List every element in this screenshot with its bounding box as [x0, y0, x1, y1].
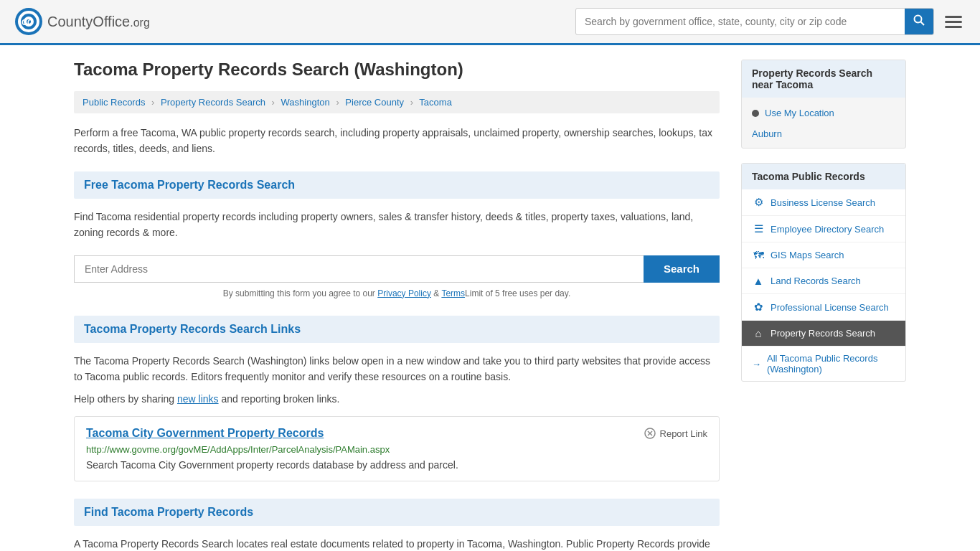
- global-search-input[interactable]: [576, 10, 905, 33]
- disclaimer-text: By submitting this form you agree to our: [223, 288, 375, 298]
- breadcrumb-sep-4: ›: [410, 97, 413, 108]
- breadcrumb-sep-2: ›: [272, 97, 275, 108]
- privacy-policy-link[interactable]: Privacy Policy: [377, 288, 431, 298]
- breadcrumb-sep-1: ›: [151, 97, 154, 108]
- breadcrumb-property-records[interactable]: Property Records Search: [161, 97, 265, 108]
- find-heading: Find Tacoma Property Records: [74, 499, 720, 526]
- nearby-city-auburn[interactable]: Auburn: [752, 127, 895, 141]
- use-my-location-label: Use My Location: [765, 108, 834, 118]
- menu-button[interactable]: [941, 12, 966, 32]
- page-title: Tacoma Property Records Search (Washingt…: [74, 60, 720, 80]
- breadcrumb: Public Records › Property Records Search…: [74, 91, 720, 113]
- page-description: Perform a free Tacoma, WA public propert…: [74, 125, 720, 157]
- search-icon: [913, 14, 925, 26]
- report-link-button-0[interactable]: Report Link: [644, 428, 707, 439]
- breadcrumb-washington[interactable]: Washington: [281, 97, 330, 108]
- sidebar-all-records-link[interactable]: → All Tacoma Public Records (Washington): [742, 347, 905, 381]
- tree-icon: ▲: [752, 275, 765, 287]
- all-records-label: All Tacoma Public Records (Washington): [767, 353, 895, 375]
- global-search-bar: [575, 8, 934, 35]
- help-before: Help others by sharing: [74, 393, 174, 405]
- sidebar-nearby-content: Use My Location Auburn: [742, 98, 905, 148]
- form-disclaimer: By submitting this form you agree to our…: [74, 288, 720, 298]
- sidebar-item-professional-license[interactable]: ✿ Professional License Search: [742, 294, 905, 321]
- menu-line-1: [945, 16, 962, 18]
- sidebar-item-land-records[interactable]: ▲ Land Records Search: [742, 268, 905, 294]
- main-container: Tacoma Property Records Search (Washingt…: [60, 45, 920, 551]
- sidebar-records-box: Tacoma Public Records ⚙ Business License…: [741, 163, 906, 382]
- house-icon: ⌂: [752, 327, 765, 339]
- header-right: [575, 8, 966, 35]
- report-link-icon: [644, 428, 656, 439]
- sidebar-item-business-license[interactable]: ⚙ Business License Search: [742, 189, 905, 216]
- address-search-form: Search: [74, 255, 720, 283]
- directory-icon: ☰: [752, 222, 765, 235]
- links-heading: Tacoma Property Records Search Links: [74, 316, 720, 343]
- menu-line-3: [945, 26, 962, 28]
- address-input[interactable]: [74, 255, 644, 283]
- find-description: A Tacoma Property Records Search locates…: [74, 536, 720, 551]
- gear-icon: ⚙: [752, 196, 765, 209]
- breadcrumb-tacoma[interactable]: Tacoma: [419, 97, 452, 108]
- sidebar-item-label-land: Land Records Search: [771, 276, 861, 286]
- sidebar-records-heading: Tacoma Public Records: [742, 164, 905, 189]
- arrow-icon: →: [752, 359, 761, 369]
- menu-line-2: [945, 21, 962, 23]
- content-area: Tacoma Property Records Search (Washingt…: [74, 60, 720, 551]
- links-section: Tacoma Property Records Search Links The…: [74, 316, 720, 482]
- links-description: The Tacoma Property Records Search (Wash…: [74, 353, 720, 385]
- help-after: and reporting broken links.: [221, 393, 339, 405]
- record-card-0: Tacoma City Government Property Records …: [74, 416, 720, 481]
- disclaimer-ampersand: &: [433, 288, 441, 298]
- global-search-button[interactable]: [905, 9, 933, 34]
- disclaimer-limit: Limit of 5 free uses per day.: [465, 288, 570, 298]
- sidebar-item-gis-maps[interactable]: 🗺 GIS Maps Search: [742, 242, 905, 268]
- record-card-title-0[interactable]: Tacoma City Government Property Records: [86, 427, 324, 440]
- free-search-section: Free Tacoma Property Records Search Find…: [74, 171, 720, 298]
- sidebar-nearby-heading: Property Records Search near Tacoma: [742, 60, 905, 98]
- logo-text: CountyOffice.org: [47, 14, 150, 30]
- breadcrumb-pierce-county[interactable]: Pierce County: [345, 97, 404, 108]
- record-url-0[interactable]: http://www.govme.org/govME/AddApps/Inter…: [86, 444, 707, 455]
- header: CO CountyOffice.org: [0, 0, 980, 45]
- sidebar-item-property-records[interactable]: ⌂ Property Records Search: [742, 321, 905, 347]
- svg-point-6: [915, 16, 922, 23]
- record-card-header-0: Tacoma City Government Property Records …: [86, 427, 707, 440]
- sidebar-nearby-box: Property Records Search near Tacoma Use …: [741, 60, 906, 149]
- find-section: Find Tacoma Property Records A Tacoma Pr…: [74, 499, 720, 551]
- new-links-link[interactable]: new links: [177, 393, 219, 405]
- sidebar-item-label-employee: Employee Directory Search: [771, 224, 884, 235]
- use-my-location-button[interactable]: Use My Location: [752, 105, 834, 121]
- free-search-description: Find Tacoma residential property records…: [74, 209, 720, 241]
- logo-org: .org: [130, 17, 150, 29]
- sidebar-item-label-gis: GIS Maps Search: [771, 250, 844, 260]
- sidebar-item-employee-directory[interactable]: ☰ Employee Directory Search: [742, 216, 905, 242]
- help-text: Help others by sharing new links and rep…: [74, 393, 720, 405]
- sidebar-item-label-business: Business License Search: [771, 197, 875, 208]
- svg-text:CO: CO: [22, 18, 34, 27]
- terms-link[interactable]: Terms: [441, 288, 465, 298]
- report-link-label: Report Link: [660, 428, 707, 439]
- logo-area: CO CountyOffice.org: [14, 7, 150, 36]
- sidebar: Property Records Search near Tacoma Use …: [741, 60, 906, 551]
- logo-brand: CountyOffice: [47, 14, 130, 29]
- logo-icon: CO: [14, 7, 43, 36]
- svg-line-7: [921, 22, 925, 26]
- free-search-heading: Free Tacoma Property Records Search: [74, 171, 720, 199]
- record-desc-0: Search Tacoma City Government property r…: [86, 459, 707, 471]
- license-icon: ✿: [752, 301, 765, 314]
- breadcrumb-sep-3: ›: [336, 97, 339, 108]
- sidebar-item-label-property: Property Records Search: [771, 328, 875, 339]
- sidebar-item-label-professional: Professional License Search: [771, 302, 889, 313]
- address-search-button[interactable]: Search: [644, 255, 720, 283]
- map-icon: 🗺: [752, 249, 765, 261]
- breadcrumb-public-records[interactable]: Public Records: [83, 97, 145, 108]
- location-dot-icon: [752, 110, 759, 117]
